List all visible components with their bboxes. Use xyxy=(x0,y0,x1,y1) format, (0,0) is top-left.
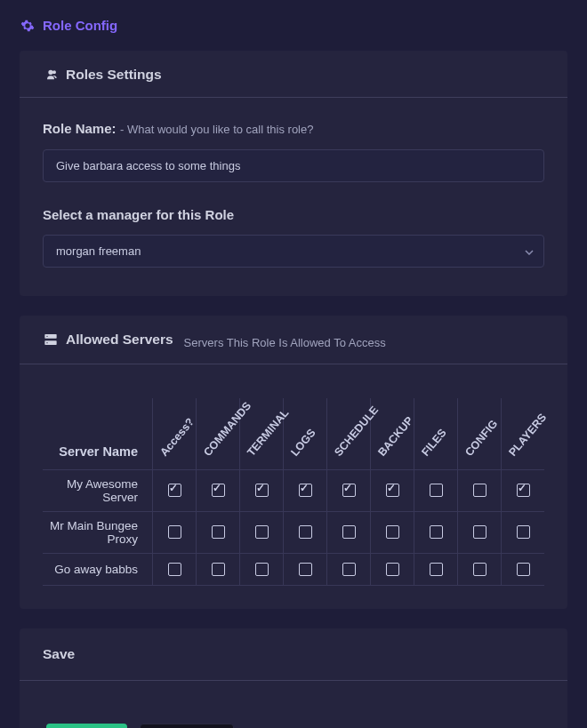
save-title: Save xyxy=(43,646,75,662)
perm-cell xyxy=(197,553,240,585)
page-title: Role Config xyxy=(20,18,567,33)
perm-checkbox-1[interactable] xyxy=(212,484,225,497)
perm-cell xyxy=(327,511,371,553)
users-icon xyxy=(43,68,59,82)
perm-cell xyxy=(153,553,197,585)
cancel-button[interactable]: Cancel xyxy=(140,724,234,729)
perm-checkbox-8[interactable] xyxy=(517,563,530,576)
perm-cell xyxy=(284,553,327,585)
perm-checkbox-6[interactable] xyxy=(430,525,443,539)
server-name-cell: My Awesome Server xyxy=(43,469,153,511)
perm-checkbox-6[interactable] xyxy=(430,563,443,576)
role-name-group: Role Name: - What would you like to call… xyxy=(43,121,544,182)
perm-cell xyxy=(414,511,458,553)
roles-settings-title: Roles Settings xyxy=(43,67,162,83)
save-button[interactable]: Save xyxy=(46,724,127,729)
perm-header-commands: COMMANDS xyxy=(197,398,240,469)
perm-checkbox-7[interactable] xyxy=(473,484,486,497)
perm-checkbox-2[interactable] xyxy=(255,484,269,497)
perm-cell xyxy=(458,553,502,585)
perm-cell xyxy=(502,469,545,511)
allowed-servers-table: Server Name Access?COMMANDSTERMINALLOGSS… xyxy=(43,398,544,586)
perm-checkbox-8[interactable] xyxy=(517,525,530,539)
perm-checkbox-6[interactable] xyxy=(430,484,443,497)
perm-checkbox-0[interactable] xyxy=(168,525,181,539)
roles-settings-panel: Roles Settings Role Name: - What would y… xyxy=(20,51,567,296)
table-header-row: Server Name Access?COMMANDSTERMINALLOGSS… xyxy=(43,398,544,469)
allowed-servers-subtitle: Servers This Role Is Allowed To Access xyxy=(184,336,386,349)
perm-cell xyxy=(153,469,197,511)
table-row: Go away babbs xyxy=(43,553,544,585)
table-row: Mr Main Bungee Proxy xyxy=(43,511,544,553)
manager-select[interactable]: morgan freeman xyxy=(43,235,544,268)
perm-checkbox-5[interactable] xyxy=(386,563,399,576)
perm-cell xyxy=(414,553,458,585)
perm-checkbox-3[interactable] xyxy=(299,484,312,497)
perm-checkbox-7[interactable] xyxy=(473,525,486,539)
save-panel: Save Save Cancel xyxy=(20,628,567,729)
perm-checkbox-4[interactable] xyxy=(342,525,356,539)
perm-cell xyxy=(502,511,545,553)
svg-rect-0 xyxy=(44,334,56,339)
perm-cell xyxy=(458,511,502,553)
server-name-cell: Go away babbs xyxy=(43,553,153,585)
perm-checkbox-3[interactable] xyxy=(299,563,312,576)
perm-checkbox-0[interactable] xyxy=(168,563,181,576)
table-body: My Awesome ServerMr Main Bungee ProxyGo … xyxy=(43,469,544,585)
perm-checkbox-7[interactable] xyxy=(473,563,486,576)
perm-header-access: Access? xyxy=(153,398,197,469)
perm-header-logs: LOGS xyxy=(284,398,327,469)
perm-header-files: FILES xyxy=(414,398,458,469)
server-icon xyxy=(43,332,59,347)
manager-label: Select a manager for this Role xyxy=(43,207,544,222)
perm-checkbox-1[interactable] xyxy=(212,525,225,539)
gears-icon xyxy=(20,19,36,33)
perm-cell xyxy=(197,511,240,553)
perm-cell xyxy=(284,469,327,511)
perm-cell xyxy=(371,511,414,553)
perm-cell xyxy=(153,511,197,553)
perm-checkbox-4[interactable] xyxy=(342,563,356,576)
server-name-cell: Mr Main Bungee Proxy xyxy=(43,511,153,553)
server-name-header: Server Name xyxy=(43,398,153,469)
perm-cell xyxy=(327,469,371,511)
perm-cell xyxy=(240,511,284,553)
perm-checkbox-0[interactable] xyxy=(168,484,181,497)
svg-point-3 xyxy=(46,342,47,343)
perm-cell xyxy=(284,511,327,553)
perm-header-config: CONFIG xyxy=(458,398,502,469)
allowed-servers-title: Allowed Servers xyxy=(43,332,173,348)
perm-checkbox-5[interactable] xyxy=(386,484,399,497)
perm-cell xyxy=(502,553,545,585)
page-title-text: Role Config xyxy=(43,18,117,33)
perm-cell xyxy=(371,553,414,585)
perm-header-players: PLAYERS xyxy=(502,398,545,469)
perm-checkbox-5[interactable] xyxy=(386,525,399,539)
perm-header-terminal: TERMINAL xyxy=(240,398,284,469)
perm-cell xyxy=(240,553,284,585)
perm-checkbox-2[interactable] xyxy=(255,525,269,539)
perm-cell xyxy=(327,553,371,585)
perm-checkbox-8[interactable] xyxy=(517,484,530,497)
perm-checkbox-2[interactable] xyxy=(255,563,269,576)
perm-cell xyxy=(458,469,502,511)
role-name-label: Role Name: xyxy=(43,121,117,136)
perm-checkbox-1[interactable] xyxy=(212,563,225,576)
svg-point-2 xyxy=(46,336,47,337)
role-name-input[interactable] xyxy=(43,149,544,182)
perm-header-schedule: SCHEDULE xyxy=(327,398,371,469)
allowed-servers-panel: Allowed Servers Servers This Role Is All… xyxy=(20,316,567,609)
role-name-hint: - What would you like to call this role? xyxy=(120,123,313,136)
perm-cell xyxy=(197,469,240,511)
perm-checkbox-3[interactable] xyxy=(299,525,312,539)
manager-group: Select a manager for this Role morgan fr… xyxy=(43,207,544,268)
perm-cell xyxy=(240,469,284,511)
perm-cell xyxy=(371,469,414,511)
perm-cell xyxy=(414,469,458,511)
perm-checkbox-4[interactable] xyxy=(342,484,356,497)
svg-rect-1 xyxy=(44,340,56,345)
perm-header-backup: BACKUP xyxy=(371,398,414,469)
table-row: My Awesome Server xyxy=(43,469,544,511)
